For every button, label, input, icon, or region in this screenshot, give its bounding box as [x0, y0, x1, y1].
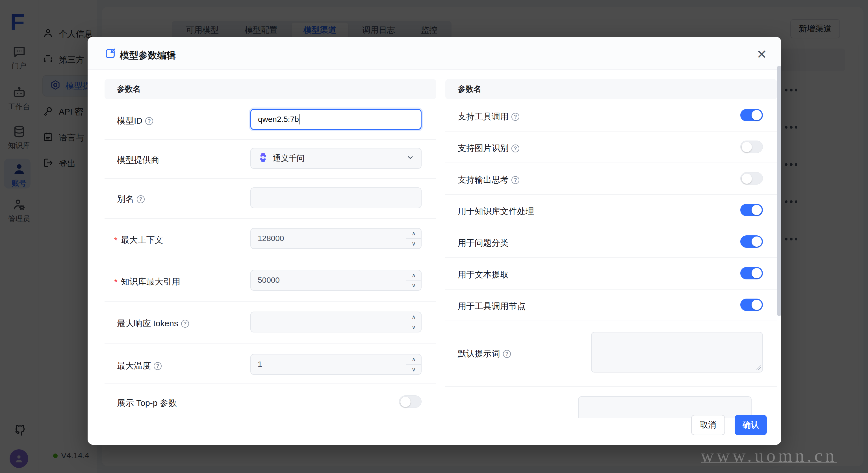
text-caret — [300, 114, 300, 125]
modal-title: 模型参数编辑 — [120, 49, 176, 62]
max-quote-input[interactable]: 50000 ∧∨ — [250, 270, 422, 291]
max-context-input[interactable]: 128000 ∧∨ — [250, 228, 422, 249]
vision-toggle[interactable] — [740, 140, 763, 153]
field-label-alias: 别名? — [117, 193, 145, 205]
edit-icon — [104, 47, 116, 60]
field-label-provider: 模型提供商 — [117, 155, 159, 166]
field-label-tool-node: 用于工具调用节点 — [458, 301, 526, 312]
right-column-header: 参数名 — [445, 79, 777, 99]
help-icon[interactable]: ? — [503, 350, 511, 358]
number-stepper[interactable]: ∧∨ — [406, 270, 421, 290]
field-label-tool-call: 支持工具调用? — [458, 111, 519, 123]
field-label-max-temperature: 最大温度? — [117, 360, 162, 372]
close-icon[interactable]: ✕ — [753, 46, 770, 63]
reasoning-toggle[interactable] — [740, 172, 763, 184]
dataset-process-toggle[interactable] — [740, 204, 763, 216]
help-icon[interactable]: ? — [137, 195, 145, 203]
max-temperature-input[interactable]: 1 ∧∨ — [250, 354, 422, 375]
field-label-reasoning: 支持输出思考? — [458, 174, 519, 186]
resize-handle-icon[interactable] — [755, 365, 761, 370]
field-label-model-id: 模型ID? — [117, 115, 153, 127]
model-id-input[interactable]: qwen2.5:7b — [250, 109, 422, 130]
help-icon[interactable]: ? — [512, 113, 519, 121]
help-icon[interactable]: ? — [154, 362, 162, 370]
cancel-button[interactable]: 取消 — [691, 415, 725, 435]
stepper-up-icon: ∧ — [406, 229, 421, 239]
chevron-down-icon — [406, 154, 414, 163]
field-label-max-tokens: 最大响应 tokens? — [117, 318, 189, 329]
left-column-header: 参数名 — [104, 79, 436, 99]
stepper-down-icon: ∨ — [406, 239, 421, 248]
stepper-up-icon: ∧ — [406, 354, 421, 365]
help-icon[interactable]: ? — [145, 117, 153, 125]
number-stepper[interactable]: ∧∨ — [406, 229, 421, 248]
field-label-dataset-process: 用于知识库文件处理 — [458, 206, 534, 217]
help-icon[interactable]: ? — [512, 144, 519, 153]
alias-input[interactable] — [250, 188, 422, 208]
max-tokens-input[interactable]: ∧∨ — [250, 311, 422, 333]
help-icon[interactable]: ? — [181, 320, 189, 328]
provider-select[interactable]: 通义千问 — [250, 148, 422, 169]
confirm-button[interactable]: 确认 — [735, 415, 767, 435]
stepper-down-icon: ∨ — [406, 365, 421, 374]
extract-toggle[interactable] — [740, 267, 763, 279]
stepper-up-icon: ∧ — [406, 270, 421, 280]
next-field-input-partial[interactable] — [578, 396, 752, 418]
number-stepper[interactable]: ∧∨ — [406, 354, 421, 374]
tongyi-qianwen-icon — [258, 152, 269, 165]
modal-footer — [88, 418, 781, 445]
field-label-vision: 支持图片识别? — [458, 142, 519, 154]
stepper-down-icon: ∨ — [406, 322, 421, 332]
stepper-up-icon: ∧ — [406, 312, 421, 322]
top-p-toggle[interactable] — [399, 395, 422, 408]
watermark: www.uomn.cn — [701, 445, 868, 466]
number-stepper[interactable]: ∧∨ — [406, 312, 421, 332]
field-label-max-context: *最大上下文 — [114, 234, 163, 246]
stepper-down-icon: ∨ — [406, 280, 421, 290]
required-asterisk: * — [114, 277, 118, 287]
field-label-max-quote: *知识库最大引用 — [114, 276, 180, 288]
help-icon[interactable]: ? — [512, 176, 519, 184]
modal-scrollbar[interactable] — [777, 66, 781, 316]
modal-header — [88, 37, 781, 70]
tool-call-toggle[interactable] — [740, 109, 763, 121]
model-param-edit-modal: 模型参数编辑 ✕ 参数名 参数名 模型ID? qwen2.5:7b 模型提供商 … — [88, 37, 781, 445]
classify-toggle[interactable] — [740, 235, 763, 248]
field-label-classify: 用于问题分类 — [458, 237, 508, 249]
field-label-top-p: 展示 Top-p 参数 — [117, 397, 177, 409]
tool-node-toggle[interactable] — [740, 299, 763, 311]
required-asterisk: * — [114, 235, 118, 245]
field-label-extract: 用于文本提取 — [458, 269, 508, 280]
field-label-default-prompt: 默认提示词? — [458, 348, 511, 360]
default-prompt-textarea[interactable] — [591, 332, 763, 373]
